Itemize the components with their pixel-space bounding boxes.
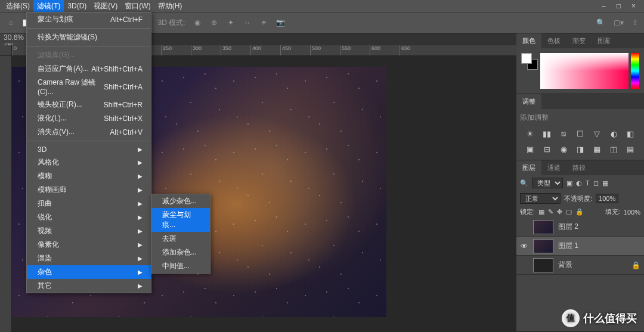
noise-item[interactable]: 去斑 bbox=[151, 232, 210, 246]
opacity-value[interactable]: 100% bbox=[596, 194, 618, 203]
tab-gradients[interactable]: 渐变 bbox=[566, 33, 592, 48]
filter-smart-icon[interactable]: ▦ bbox=[602, 179, 608, 187]
filter-item[interactable]: 消失点(V)...Alt+Ctrl+V bbox=[27, 125, 151, 139]
dolly-icon[interactable]: ✦ bbox=[226, 18, 236, 27]
filter-item[interactable]: 自适应广角(A)...Alt+Shift+Ctrl+A bbox=[27, 62, 151, 76]
menu-view[interactable]: 视图(V) bbox=[90, 0, 121, 12]
layer-row[interactable]: 背景🔒 bbox=[516, 256, 644, 275]
photo-filter-icon[interactable]: ▣ bbox=[525, 144, 535, 154]
workspace-icon[interactable]: ▢▾ bbox=[614, 18, 624, 27]
filter-item[interactable]: 模糊画廊▶ bbox=[27, 183, 151, 197]
layer-name: 图层 1 bbox=[558, 241, 578, 251]
noise-item[interactable]: 中间值... bbox=[151, 259, 210, 273]
layer-name: 背景 bbox=[558, 260, 572, 270]
filter-item[interactable]: 模糊▶ bbox=[27, 169, 151, 183]
opacity-label: 不透明度: bbox=[564, 194, 592, 203]
filter-item[interactable]: Camera Raw 滤镜(C)...Shift+Ctrl+A bbox=[27, 76, 151, 98]
pan-icon[interactable]: ⊕ bbox=[209, 18, 219, 27]
color-lookup-icon[interactable]: ◉ bbox=[558, 144, 569, 154]
lock-pixels-icon[interactable]: ▦ bbox=[538, 208, 544, 216]
layer-thumbnail[interactable] bbox=[533, 220, 553, 234]
vertical-ruler[interactable] bbox=[0, 56, 12, 332]
hue-slider[interactable] bbox=[631, 53, 639, 89]
gradient-map-icon[interactable]: ▤ bbox=[625, 144, 636, 154]
noise-item[interactable]: 蒙尘与划痕... bbox=[151, 208, 210, 232]
light-icon[interactable]: ☀ bbox=[259, 18, 269, 27]
home-icon[interactable]: ⌂ bbox=[6, 18, 16, 27]
menu-select[interactable]: 选择(S) bbox=[2, 0, 33, 12]
tab-layers[interactable]: 图层 bbox=[516, 160, 541, 175]
lock-all-icon[interactable]: 🔒 bbox=[575, 208, 584, 216]
filter-item[interactable]: 滤镜库(G)... bbox=[27, 48, 151, 62]
threshold-icon[interactable]: ◫ bbox=[608, 144, 619, 154]
menu-help[interactable]: 帮助(H) bbox=[154, 0, 186, 12]
channel-mixer-icon[interactable]: ⊟ bbox=[541, 144, 552, 154]
foreground-background-swatch[interactable] bbox=[521, 53, 538, 70]
fill-value[interactable]: 100% bbox=[624, 209, 640, 216]
orbit-icon[interactable]: ◉ bbox=[193, 18, 202, 27]
filter-item[interactable]: 3D▶ bbox=[27, 143, 151, 156]
filter-item[interactable]: 杂色▶ bbox=[27, 265, 151, 279]
filter-item[interactable]: 扭曲▶ bbox=[27, 197, 151, 210]
filter-item[interactable]: 视频▶ bbox=[27, 224, 151, 238]
filter-type-icon[interactable]: T bbox=[586, 179, 590, 187]
filter-adjust-icon[interactable]: ◐ bbox=[576, 179, 582, 187]
blend-mode-select[interactable]: 正常 bbox=[520, 193, 561, 204]
filter-item[interactable]: 其它▶ bbox=[27, 279, 151, 293]
3d-mode-label: 3D 模式: bbox=[158, 18, 185, 28]
filter-item[interactable]: 液化(L)...Shift+Ctrl+X bbox=[27, 111, 151, 125]
minimize-button[interactable]: – bbox=[602, 2, 606, 10]
noise-item[interactable]: 添加杂色... bbox=[151, 246, 210, 259]
menu-filter[interactable]: 滤镜(T) bbox=[33, 0, 64, 12]
brightness-icon[interactable]: ☀ bbox=[525, 129, 535, 138]
tab-swatches[interactable]: 色板 bbox=[541, 33, 566, 48]
layer-thumbnail[interactable] bbox=[533, 258, 553, 272]
filter-item[interactable]: 蒙尘与划痕Alt+Ctrl+F bbox=[27, 13, 151, 26]
tab-patterns[interactable]: 图案 bbox=[592, 33, 617, 48]
tab-channels[interactable]: 通道 bbox=[541, 160, 566, 175]
lock-artboard-icon[interactable]: ▢ bbox=[566, 208, 572, 216]
curves-icon[interactable]: ⧅ bbox=[558, 129, 569, 138]
filter-item[interactable]: 像素化▶ bbox=[27, 238, 151, 252]
maximize-button[interactable]: □ bbox=[617, 2, 621, 10]
filter-pixel-icon[interactable]: ▣ bbox=[566, 179, 572, 187]
filter-item[interactable]: 锐化▶ bbox=[27, 210, 151, 224]
ruler-origin[interactable] bbox=[0, 45, 12, 56]
exposure-icon[interactable]: ☐ bbox=[575, 129, 586, 138]
layer-thumbnail[interactable] bbox=[533, 239, 553, 253]
menu-window[interactable]: 窗口(W) bbox=[121, 0, 154, 12]
search-icon[interactable]: 🔍 bbox=[596, 18, 605, 27]
filter-item[interactable]: 渲染▶ bbox=[27, 252, 151, 265]
visibility-icon[interactable]: 👁 bbox=[520, 242, 528, 250]
noise-submenu-dropdown: 减少杂色...蒙尘与划痕...去斑添加杂色...中间值... bbox=[151, 194, 210, 274]
filter-item[interactable]: 镜头校正(R)...Shift+Ctrl+R bbox=[27, 98, 151, 111]
layer-row[interactable]: 👁图层 1 bbox=[516, 237, 644, 256]
lock-icon: 🔒 bbox=[631, 261, 640, 269]
tab-adjustments[interactable]: 调整 bbox=[516, 94, 541, 109]
vibrance-icon[interactable]: ▽ bbox=[592, 129, 602, 138]
levels-icon[interactable]: ▮▮ bbox=[541, 129, 552, 138]
share-icon[interactable]: ⇧ bbox=[632, 18, 638, 27]
adjustments-hint: 添加调整 bbox=[520, 113, 640, 123]
search-icon[interactable]: 🔍 bbox=[520, 179, 528, 187]
layer-row[interactable]: 图层 2 bbox=[516, 218, 644, 237]
layer-filter-type[interactable]: 类型 bbox=[532, 178, 563, 188]
close-button[interactable]: × bbox=[631, 2, 636, 10]
camera-icon[interactable]: 📷 bbox=[276, 18, 286, 27]
filter-item[interactable]: 转换为智能滤镜(S) bbox=[27, 30, 151, 44]
invert-icon[interactable]: ◨ bbox=[575, 144, 586, 154]
layers-panel: 图层 通道 路径 🔍 类型 ▣ ◐ T ◻ ▦ 正常 不透明度: 100% 锁定… bbox=[516, 160, 644, 332]
tab-color[interactable]: 颜色 bbox=[516, 33, 541, 48]
posterize-icon[interactable]: ▦ bbox=[592, 144, 602, 154]
filter-item[interactable]: 风格化▶ bbox=[27, 156, 151, 169]
slide-icon[interactable]: ↔ bbox=[243, 18, 252, 27]
color-field[interactable] bbox=[540, 53, 628, 89]
tab-paths[interactable]: 路径 bbox=[566, 160, 592, 175]
hue-icon[interactable]: ◐ bbox=[608, 129, 619, 138]
filter-shape-icon[interactable]: ◻ bbox=[593, 179, 599, 187]
menu-3d[interactable]: 3D(D) bbox=[64, 0, 90, 12]
lock-position-icon[interactable]: ✎ bbox=[548, 208, 553, 216]
bw-icon[interactable]: ◧ bbox=[625, 129, 636, 138]
lock-move-icon[interactable]: ✥ bbox=[557, 208, 562, 216]
noise-item[interactable]: 减少杂色... bbox=[151, 194, 210, 208]
